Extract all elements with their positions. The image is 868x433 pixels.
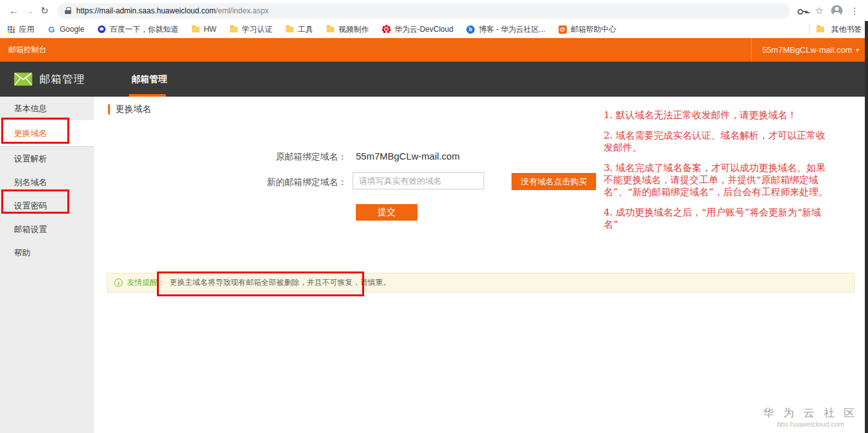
- browser-toolbar: ← → ↻ https://mail-admin.saas.huaweiclou…: [0, 0, 868, 21]
- folder-icon: [229, 25, 238, 34]
- sidebar: 基本信息 更换域名 设置解析 别名域名 设置密码 邮箱设置 帮助: [0, 97, 94, 433]
- address-bar[interactable]: https://mail-admin.saas.huaweicloud.com/…: [57, 3, 790, 18]
- password-key-icon[interactable]: [797, 6, 808, 15]
- sidebar-item[interactable]: 设置密码: [0, 194, 94, 217]
- new-domain-label: 新的邮箱绑定域名：: [94, 177, 347, 188]
- sidebar-item[interactable]: 基本信息: [0, 97, 94, 120]
- tip-paragraph: 2. 域名需要完成实名认证、域名解析，才可以正常收发邮件。: [604, 130, 830, 154]
- folder-icon: [285, 25, 294, 34]
- chevron-down-icon: ▾: [856, 46, 859, 53]
- bookmark-item[interactable]: HW: [191, 25, 217, 34]
- sidebar-item[interactable]: 更换域名: [0, 120, 94, 147]
- bookmark-item[interactable]: 应用: [6, 24, 34, 35]
- tab-mail-management[interactable]: 邮箱管理: [130, 62, 168, 97]
- mail-help-icon: [558, 25, 567, 34]
- watermark-title: 华 为 云 社 区: [763, 406, 858, 420]
- blog-icon: [466, 25, 475, 34]
- app-header: 邮箱管理 邮箱管理: [0, 62, 868, 97]
- console-title: 邮箱控制台: [8, 38, 46, 62]
- folder-icon: [326, 25, 335, 34]
- bookmark-item[interactable]: 邮箱帮助中心: [558, 24, 616, 35]
- menu-dots-icon[interactable]: ⋮: [850, 6, 859, 15]
- sidebar-item[interactable]: 帮助: [0, 241, 94, 265]
- watermark: 华 为 云 社 区 bbs.huaweicloud.com: [763, 406, 858, 428]
- friendly-reminder-bar: i 友情提醒： 更换主域名将导致现有邮箱全部被删除，并且不可恢复，请慎重。: [107, 273, 855, 292]
- browser-actions: ☆ ⋮: [795, 5, 862, 17]
- scrollbar[interactable]: [865, 21, 868, 433]
- huawei-icon: [382, 25, 391, 34]
- domain-change-tips: 1. 默认域名无法正常收发邮件，请更换域名！2. 域名需要完成实名认证、域名解析…: [604, 109, 830, 239]
- bookmark-item[interactable]: Google: [47, 25, 85, 34]
- folder-icon: [816, 25, 825, 34]
- bookmark-item[interactable]: 工具: [285, 24, 313, 35]
- divider: [809, 24, 810, 34]
- bookmarks-bar: 应用 Google 百度一下，你就知道 HW 学习认证 工具 视频制作 华为云-…: [0, 21, 868, 38]
- reminder-label: 友情提醒：: [127, 277, 165, 288]
- sidebar-item[interactable]: 别名域名: [0, 170, 94, 194]
- buy-domain-button[interactable]: 没有域名点击购买: [512, 173, 596, 190]
- bookmark-item[interactable]: 百度一下，你就知道: [97, 24, 179, 35]
- tip-paragraph: 1. 默认域名无法正常收发邮件，请更换域名！: [604, 109, 830, 121]
- other-bookmarks-label: 其他书签: [831, 24, 862, 35]
- page-title: 更换域名: [108, 104, 151, 115]
- back-icon[interactable]: ←: [6, 5, 22, 16]
- account-dropdown[interactable]: 55m7MBgCLw-mail.com ▾: [751, 38, 859, 62]
- bookmark-star-icon[interactable]: ☆: [815, 6, 824, 15]
- envelope-icon: [14, 72, 32, 86]
- bookmark-item[interactable]: 视频制作: [326, 24, 369, 35]
- reload-icon[interactable]: ↻: [37, 5, 52, 17]
- google-g-icon: [47, 25, 56, 34]
- app-brand: 邮箱管理: [14, 62, 85, 97]
- new-domain-input[interactable]: [353, 172, 484, 189]
- console-topbar: 邮箱控制台 55m7MBgCLw-mail.com ▾: [0, 38, 868, 62]
- profile-avatar-icon[interactable]: [831, 5, 843, 17]
- bookmark-item[interactable]: 学习认证: [229, 24, 273, 35]
- bookmark-item[interactable]: 华为云-DevCloud: [382, 24, 454, 35]
- tip-paragraph: 3. 域名完成了域名备案，才可以成功更换域名。如果不能更换域名，请提交工单，并提…: [604, 162, 830, 198]
- bookmark-item[interactable]: 博客 - 华为云社区...: [466, 24, 545, 35]
- info-icon: i: [114, 278, 123, 287]
- title-accent-bar: [108, 104, 110, 114]
- original-domain-value: 55m7MBgCLw-mail.com: [356, 151, 459, 162]
- tip-paragraph: 4. 成功更换域名之后，“用户账号”将会更新为“新域名”: [604, 207, 830, 231]
- sidebar-item[interactable]: 邮箱设置: [0, 217, 94, 241]
- lock-icon: [65, 7, 71, 14]
- url-text: https://mail-admin.saas.huaweicloud.com/…: [76, 6, 269, 15]
- account-name: 55m7MBgCLw-mail.com: [762, 45, 852, 55]
- folder-icon: [191, 25, 200, 34]
- screen: ← → ↻ https://mail-admin.saas.huaweiclou…: [0, 0, 868, 433]
- reminder-text: 更换主域名将导致现有邮箱全部被删除，并且不可恢复，请慎重。: [170, 277, 391, 288]
- sidebar-item[interactable]: 设置解析: [0, 147, 94, 170]
- original-domain-label: 原邮箱绑定域名：: [94, 151, 347, 163]
- other-bookmarks[interactable]: 其他书签: [809, 24, 862, 35]
- app-title: 邮箱管理: [39, 72, 85, 86]
- submit-button[interactable]: 提交: [356, 204, 417, 221]
- main-content: 更换域名 原邮箱绑定域名： 55m7MBgCLw-mail.com 新的邮箱绑定…: [94, 97, 868, 433]
- apps-grid-icon: [6, 25, 15, 34]
- baidu-icon: [97, 25, 106, 34]
- bookmarks-list: 应用 Google 百度一下，你就知道 HW 学习认证 工具 视频制作 华为云-…: [6, 24, 616, 35]
- watermark-url: bbs.huaweicloud.com: [763, 420, 858, 428]
- forward-icon[interactable]: →: [22, 5, 37, 16]
